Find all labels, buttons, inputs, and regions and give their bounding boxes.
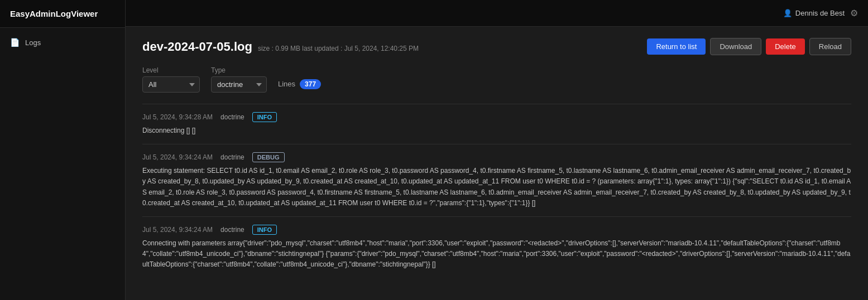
log-timestamp: Jul 5, 2024, 9:34:28 AM	[142, 113, 213, 121]
file-header: dev-2024-07-05.log size : 0.99 MB last u…	[142, 38, 851, 55]
level-select[interactable]: All DEBUG INFO WARNING ERROR CRITICAL	[142, 76, 200, 93]
lines-group: Lines 377	[278, 79, 321, 89]
sidebar-item-label: Logs	[25, 38, 41, 47]
log-entry-header: Jul 5, 2024, 9:34:28 AM doctrine INFO	[142, 112, 851, 122]
type-filter-group: Type doctrine app security request	[211, 66, 267, 93]
log-entry: Jul 5, 2024, 9:34:24 AM doctrine DEBUG E…	[142, 144, 851, 216]
topbar: 👤 Dennis de Best ⚙	[126, 0, 868, 27]
log-level-badge: INFO	[252, 112, 277, 122]
lines-badge: 377	[300, 79, 321, 89]
log-timestamp: Jul 5, 2024, 9:34:24 AM	[142, 153, 213, 161]
log-entries: Jul 5, 2024, 9:34:28 AM doctrine INFO Di…	[142, 104, 851, 278]
username: Dennis de Best	[795, 9, 845, 17]
reload-button[interactable]: Reload	[809, 38, 851, 55]
type-label: Type	[211, 66, 267, 74]
file-actions: Return to list Download Delete Reload	[647, 38, 851, 55]
log-entry: Jul 5, 2024, 9:34:28 AM doctrine INFO Di…	[142, 104, 851, 144]
user-icon: 👤	[783, 9, 792, 17]
log-timestamp: Jul 5, 2024, 9:34:24 AM	[142, 226, 213, 234]
app-brand: EasyAdminLogViewer	[0, 0, 125, 28]
log-entry-header: Jul 5, 2024, 9:34:24 AM doctrine INFO	[142, 225, 851, 235]
log-message: Connecting with parameters array{"driver…	[142, 238, 851, 270]
sidebar: EasyAdminLogViewer 📄 Logs	[0, 0, 126, 300]
gear-icon[interactable]: ⚙	[850, 8, 858, 18]
log-level-badge: INFO	[252, 225, 277, 235]
sidebar-nav: 📄 Logs	[0, 28, 125, 57]
type-select[interactable]: doctrine app security request	[211, 76, 267, 93]
level-filter-group: Level All DEBUG INFO WARNING ERROR CRITI…	[142, 66, 200, 93]
return-to-list-button[interactable]: Return to list	[647, 38, 706, 55]
log-channel: doctrine	[220, 153, 244, 161]
log-level-badge: DEBUG	[252, 152, 285, 162]
log-channel: doctrine	[220, 226, 244, 234]
logs-icon: 📄	[10, 38, 20, 47]
delete-button[interactable]: Delete	[766, 38, 805, 55]
log-message: Executing statement: SELECT t0.id AS id_…	[142, 166, 851, 209]
lines-label: Lines	[278, 80, 295, 88]
log-entry: Jul 5, 2024, 9:34:24 AM doctrine INFO Co…	[142, 216, 851, 278]
filters: Level All DEBUG INFO WARNING ERROR CRITI…	[142, 66, 851, 93]
file-meta: size : 0.99 MB last updated : Jul 5, 202…	[258, 45, 419, 52]
main-content: 👤 Dennis de Best ⚙ dev-2024-07-05.log si…	[126, 0, 868, 300]
sidebar-item-logs[interactable]: 📄 Logs	[0, 32, 125, 52]
level-label: Level	[142, 66, 200, 74]
download-button[interactable]: Download	[710, 38, 761, 55]
log-message: Disconnecting [] []	[142, 125, 851, 136]
file-title: dev-2024-07-05.log	[142, 40, 252, 54]
log-channel: doctrine	[220, 113, 244, 121]
file-title-block: dev-2024-07-05.log size : 0.99 MB last u…	[142, 40, 419, 54]
log-entry-header: Jul 5, 2024, 9:34:24 AM doctrine DEBUG	[142, 152, 851, 162]
user-info: 👤 Dennis de Best	[783, 9, 845, 17]
main-inner: dev-2024-07-05.log size : 0.99 MB last u…	[126, 27, 868, 289]
